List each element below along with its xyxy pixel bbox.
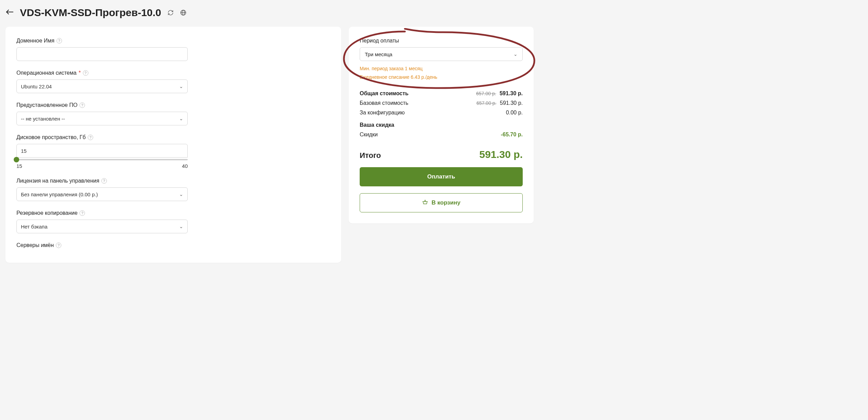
period-value: Три месяца [365, 51, 392, 57]
help-icon[interactable]: ? [79, 102, 85, 108]
domain-label: Доменное Имя [16, 38, 54, 44]
summary-card: Период оплаты Три месяца ⌄ Мин. период з… [349, 27, 534, 223]
row-grand-total: Итого 591.30 р. [360, 145, 523, 160]
help-icon[interactable]: ? [88, 135, 93, 140]
base-cost-new: 591.30 р. [500, 100, 523, 106]
dns-label: Серверы имён [16, 242, 54, 248]
config-label: За конфигурацию [360, 110, 405, 116]
help-icon[interactable]: ? [56, 243, 61, 248]
help-icon[interactable]: ? [79, 210, 85, 216]
discount-value: -65.70 р. [501, 132, 523, 138]
period-select[interactable]: Три месяца ⌄ [360, 47, 523, 61]
pay-button[interactable]: Оплатить [360, 167, 523, 186]
disk-min-label: 15 [16, 163, 22, 169]
field-disk: Дисковое пространство, Гб ? 15 40 [16, 134, 330, 169]
chevron-down-icon: ⌄ [179, 116, 183, 121]
config-value: 0.00 р. [506, 110, 523, 116]
backup-select[interactable]: Нет бэкапа ⌄ [16, 220, 188, 233]
total-cost-old: 657.00 р. [476, 91, 496, 96]
discount-label: Скидки [360, 132, 378, 138]
cart-button-label: В корзину [432, 199, 460, 206]
total-cost-new: 591.30 р. [499, 90, 523, 97]
chevron-down-icon: ⌄ [513, 51, 518, 57]
pay-button-label: Оплатить [427, 173, 455, 180]
add-to-cart-button[interactable]: В корзину [360, 193, 523, 212]
field-backup: Резервное копирование ? Нет бэкапа ⌄ [16, 210, 330, 233]
preinstall-value: -- не установлен -- [21, 116, 65, 122]
backup-value: Нет бэкапа [21, 224, 48, 230]
chevron-down-icon: ⌄ [179, 84, 183, 89]
panel-select[interactable]: Без панели управления (0.00 р.) ⌄ [16, 187, 188, 201]
help-icon[interactable]: ? [83, 70, 88, 76]
os-value: Ubuntu 22.04 [21, 84, 52, 89]
base-cost-old: 657.00 р. [476, 100, 496, 106]
os-label: Операционная система [16, 70, 76, 76]
base-cost-label: Базовая стоимость [360, 100, 408, 106]
field-domain: Доменное Имя ? [16, 38, 330, 61]
field-dns: Серверы имён ? [16, 242, 330, 248]
config-form-card: Доменное Имя ? Операционная система* ? U… [5, 27, 341, 263]
disk-input[interactable] [16, 144, 188, 158]
help-icon[interactable]: ? [101, 178, 107, 184]
discount-heading: Ваша скидка [360, 122, 523, 128]
period-label: Период оплаты [360, 38, 523, 44]
basket-icon [422, 199, 428, 207]
panel-label: Лицензия на панель управления [16, 178, 99, 184]
row-total-cost: Общая стоимость 657.00 р. 591.30 р. [360, 90, 523, 97]
required-asterisk: * [78, 70, 80, 76]
backup-label: Резервное копирование [16, 210, 77, 216]
back-arrow-icon[interactable] [5, 8, 14, 17]
disk-slider[interactable] [16, 159, 188, 160]
panel-value: Без панели управления (0.00 р.) [21, 192, 98, 197]
refresh-icon[interactable] [168, 10, 174, 16]
field-panel: Лицензия на панель управления ? Без пане… [16, 178, 330, 201]
min-period-warning: Мин. период заказа 1 месяц [360, 65, 523, 72]
preinstall-label: Предустановленное ПО [16, 102, 77, 108]
slider-thumb[interactable] [14, 157, 19, 162]
disk-label: Дисковое пространство, Гб [16, 134, 86, 140]
domain-input[interactable] [16, 47, 188, 61]
chevron-down-icon: ⌄ [179, 224, 183, 229]
grand-total-label: Итого [360, 151, 381, 160]
total-cost-label: Общая стоимость [360, 90, 409, 97]
chevron-down-icon: ⌄ [179, 192, 183, 197]
field-os: Операционная система* ? Ubuntu 22.04 ⌄ [16, 70, 330, 93]
row-config-cost: За конфигурацию 0.00 р. [360, 110, 523, 116]
os-select[interactable]: Ubuntu 22.04 ⌄ [16, 79, 188, 93]
row-base-cost: Базовая стоимость 657.00 р. 591.30 р. [360, 100, 523, 106]
help-icon[interactable]: ? [57, 38, 62, 44]
row-discount: Скидки -65.70 р. [360, 132, 523, 138]
page-title: VDS-KVM-SSD-Прогрев-10.0 [20, 7, 161, 18]
disk-max-label: 40 [182, 163, 188, 169]
globe-icon[interactable] [180, 9, 187, 16]
daily-charge-warning: Ежедневное списание 6.43 р./день [360, 74, 523, 81]
preinstall-select[interactable]: -- не установлен -- ⌄ [16, 112, 188, 125]
grand-total-value: 591.30 р. [479, 149, 523, 160]
page-header: VDS-KVM-SSD-Прогрев-10.0 [5, 7, 863, 18]
field-preinstall: Предустановленное ПО ? -- не установлен … [16, 102, 330, 125]
